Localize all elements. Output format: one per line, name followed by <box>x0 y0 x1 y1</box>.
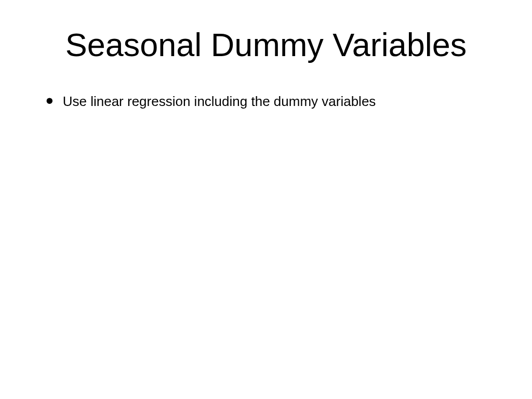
slide-title: Seasonal Dummy Variables <box>36 26 496 63</box>
bullet-list: • Use linear regression including the du… <box>36 92 496 111</box>
list-item: • Use linear regression including the du… <box>46 92 496 111</box>
bullet-text: Use linear regression including the dumm… <box>63 92 376 111</box>
bullet-icon: • <box>46 94 54 107</box>
slide-container: Seasonal Dummy Variables • Use linear re… <box>0 0 532 399</box>
